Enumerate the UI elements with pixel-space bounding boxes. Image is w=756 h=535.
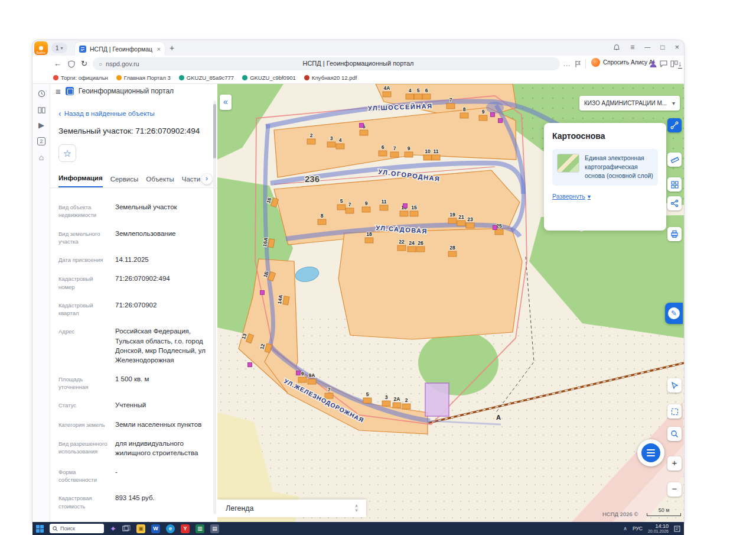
back-to-results-link[interactable]: ‹ Назад в найденные объекты xyxy=(58,109,155,118)
task-view-icon[interactable] xyxy=(122,525,131,532)
detail-row: Вид земельного участкаЗемлепользование xyxy=(50,229,210,246)
tray-expand-icon[interactable]: ∧ xyxy=(623,526,627,531)
bookmark-flag-icon[interactable] xyxy=(575,60,581,68)
ruler-button[interactable] xyxy=(667,153,682,167)
back-icon[interactable]: ← xyxy=(54,59,61,68)
app-menu-icon[interactable]: ≡ xyxy=(56,86,61,96)
frame-select-button[interactable] xyxy=(667,404,682,419)
layers-dropdown[interactable]: КИЗО АДМИНИСТРАЦИИ М... ▾ xyxy=(579,96,680,111)
date: 20.01.2026 xyxy=(648,529,669,533)
protect-shield-icon[interactable] xyxy=(68,60,75,68)
object-details: Вид объекта недвижимостиЗемельный участо… xyxy=(50,196,210,523)
tab-information[interactable]: Информация xyxy=(58,174,103,187)
detail-label: Вид объекта недвижимости xyxy=(58,202,109,219)
video-play-icon[interactable]: ▶ xyxy=(32,121,50,129)
detail-label: Статус xyxy=(58,400,109,410)
detail-label: Адрес xyxy=(58,326,109,364)
detail-value: - xyxy=(115,467,210,484)
legend-sort-icon[interactable]: ∧ ∨ xyxy=(355,504,358,512)
maximize-button[interactable]: □ xyxy=(660,43,664,51)
measure-route-button[interactable] xyxy=(667,118,682,132)
svg-text:3: 3 xyxy=(385,394,388,400)
coordinates-grid-button[interactable] xyxy=(667,177,682,192)
profile-icon[interactable] xyxy=(649,60,657,68)
search-placeholder: Поиск xyxy=(60,526,75,531)
plus-icon: + xyxy=(672,458,677,468)
print-button[interactable] xyxy=(667,227,682,241)
close-button[interactable]: × xyxy=(674,43,679,51)
yandex-sparkle-icon[interactable]: ✦ xyxy=(110,524,116,533)
detail-row: Кадастровый номер71:26:070902:494 xyxy=(50,274,210,291)
browser-menu-icon[interactable]: ≡ xyxy=(630,43,634,51)
bookmark-item[interactable]: GKUZU_85a9c777 xyxy=(179,74,234,81)
messenger-icon[interactable] xyxy=(660,60,667,67)
language-indicator[interactable]: РУС xyxy=(633,526,643,531)
draw-tools-button[interactable]: ✎ xyxy=(665,303,683,324)
tabs-badge-icon[interactable]: 2 xyxy=(37,137,45,145)
taskbar-search[interactable]: Поиск xyxy=(50,524,104,533)
notifications-icon[interactable] xyxy=(674,526,680,532)
browser-tab[interactable]: НСПД | Геоинформац × xyxy=(75,42,165,56)
parcel-marker xyxy=(248,363,252,367)
tab-close-icon[interactable]: × xyxy=(157,46,161,53)
assistant-button[interactable] xyxy=(637,439,664,466)
zoom-out-button[interactable]: − xyxy=(667,482,682,497)
ask-alice-button[interactable]: Спросить Алису AI xyxy=(591,58,654,67)
file-explorer-icon[interactable]: ▣ xyxy=(136,524,145,533)
address-bar-row: ← ↻ ○ nspd.gov.ru НСПД | Геоинформационн… xyxy=(32,56,684,72)
more-options-icon[interactable]: … xyxy=(563,59,571,68)
svg-text:9: 9 xyxy=(365,200,368,206)
start-button[interactable] xyxy=(36,525,44,533)
pointer-select-button[interactable] xyxy=(667,378,682,393)
detail-label: Вид земельного участка xyxy=(58,229,109,246)
tabs-next-button[interactable]: › xyxy=(201,174,212,184)
favorite-star-button[interactable]: ☆ xyxy=(58,144,76,162)
svg-text:4А: 4А xyxy=(384,85,390,91)
panel-scrollbar[interactable] xyxy=(213,100,216,514)
yandex-login-button[interactable]: Войти xyxy=(34,41,48,55)
downloads-icon[interactable]: ↓ xyxy=(678,59,682,69)
app-header: ≡ Геоинформационный портал xyxy=(50,84,217,98)
reload-icon[interactable]: ↻ xyxy=(81,59,87,68)
svg-text:23: 23 xyxy=(467,216,473,222)
tab-count: 1 xyxy=(56,45,59,51)
home-icon[interactable]: ⌂ xyxy=(32,153,50,162)
detail-label: Дата присвоения xyxy=(58,255,109,264)
bookmark-item[interactable]: Торги: официальн xyxy=(53,74,108,81)
history-icon[interactable] xyxy=(38,90,45,98)
excel-icon[interactable]: ▥ xyxy=(195,524,204,533)
area-search-button[interactable] xyxy=(667,427,682,441)
bookmark-item[interactable]: Главная Портал 3 xyxy=(116,74,171,81)
clock[interactable]: 14:10 20.01.2026 xyxy=(648,524,669,533)
svg-text:15: 15 xyxy=(411,205,417,210)
bell-icon[interactable] xyxy=(613,44,620,51)
chevron-down-icon: ▾ xyxy=(61,46,63,51)
tab-services[interactable]: Сервисы xyxy=(110,176,139,187)
tab-objects[interactable]: Объекты xyxy=(146,176,174,187)
panel-tabs: Информация Сервисы Объекты Части ЗУ Сост xyxy=(50,170,217,188)
scrollbar-thumb[interactable] xyxy=(213,104,216,158)
bookmark-item[interactable]: Клубная20 12.pdf xyxy=(304,74,357,81)
word-icon[interactable]: W xyxy=(151,524,160,533)
minimize-button[interactable]: — xyxy=(644,44,650,50)
bookmark-item[interactable]: GKUZU_c9bf0901 xyxy=(242,74,296,81)
bookmark-label: GKUZU_85a9c777 xyxy=(187,74,234,81)
svg-text:21: 21 xyxy=(458,214,464,220)
detail-value: 71:26:070902:494 xyxy=(115,274,210,291)
panels-icon[interactable] xyxy=(38,106,45,114)
new-tab-button[interactable]: + xyxy=(170,43,174,53)
legend-bar[interactable]: Легенда ∧ ∨ xyxy=(217,500,366,517)
basemap-layer-item[interactable]: Единая электронная картографическая осно… xyxy=(552,149,658,186)
internet-explorer-icon[interactable]: e xyxy=(166,524,175,533)
map-container: 4А45678923456791011165791113151921232581… xyxy=(217,84,684,523)
highlighted-parcel[interactable] xyxy=(425,383,449,416)
detail-value: 14.11.2025 xyxy=(115,255,210,264)
app-icon[interactable]: ▤ xyxy=(210,524,219,533)
collections-icon[interactable] xyxy=(670,60,678,67)
tab-count-button[interactable]: 1 ▾ xyxy=(51,43,67,53)
expand-link[interactable]: Развернуть ▾ xyxy=(552,193,591,200)
share-button[interactable] xyxy=(667,196,682,210)
panel-collapse-button[interactable]: « xyxy=(220,95,232,110)
zoom-in-button[interactable]: + xyxy=(667,456,682,471)
yandex-browser-icon[interactable]: Y xyxy=(181,524,190,533)
